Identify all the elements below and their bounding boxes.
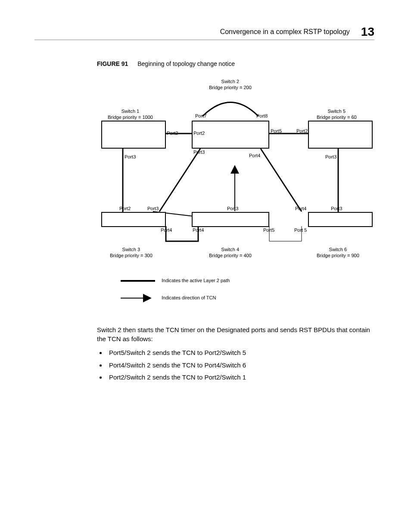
port-label: Port2	[296, 128, 308, 134]
chapter-number: 13	[361, 25, 374, 39]
network-diagram: Switch 2 Bridge priority = 200 Switch 1 …	[97, 75, 377, 308]
port-label: Port8	[256, 113, 268, 118]
port-label: Port2	[167, 131, 178, 136]
switch3-box	[101, 212, 166, 227]
list-item: Port2/Switch 2 sends the TCN to Port2/Sw…	[106, 371, 375, 384]
port-label: Port5	[263, 227, 274, 233]
switch1-box	[101, 121, 166, 149]
bullet-list-container: Port5/Switch 2 sends the TCN to Port2/Sw…	[97, 347, 375, 384]
svg-line-4	[159, 149, 200, 212]
port-label: Port4	[249, 153, 260, 158]
port-label: Port4	[295, 206, 306, 211]
port-label: Port3	[325, 154, 336, 159]
figure-label: FIGURE 91	[97, 60, 128, 67]
header-title: Convergence in a complex RSTP topology	[220, 28, 350, 36]
switch4-box	[192, 212, 269, 227]
port-label: Port2	[119, 206, 131, 211]
switch3-label: Switch 3 Bridge priority = 300	[110, 247, 153, 259]
port-label: Port3	[147, 206, 159, 211]
switch6-box	[308, 212, 373, 227]
port-label: Port4	[193, 227, 204, 233]
page-header: Convergence in a complex RSTP topology 1…	[220, 25, 374, 39]
port-label: Port 5	[294, 227, 307, 233]
port-label: Port3	[193, 149, 205, 155]
list-item: Port5/Switch 2 sends the TCN to Port2/Sw…	[106, 347, 375, 359]
list-item: Port4/Switch 2 sends the TCN to Port4/Sw…	[106, 359, 375, 372]
port-label: Port3	[125, 154, 136, 159]
legend-active: Indicates the active Layer 2 path	[162, 278, 230, 283]
switch6-label: Switch 6 Bridge priority = 900	[317, 247, 359, 259]
switch4-label: Switch 4 Bridge priority = 400	[209, 247, 252, 259]
port-label: Port3	[227, 206, 238, 211]
port-label: Port7	[195, 113, 206, 118]
port-label: Port2	[193, 131, 205, 136]
switch5-label: Switch 5 Bridge priority = 60	[317, 109, 357, 121]
port-label: Port5	[271, 128, 282, 134]
bullet-list: Port5/Switch 2 sends the TCN to Port2/Sw…	[97, 347, 375, 384]
switch2-label: Switch 2 Bridge priority = 200	[209, 79, 252, 91]
port-label: Port4	[161, 227, 172, 233]
port-label: Port3	[331, 206, 342, 211]
figure-caption: FIGURE 91 Beginning of topology change n…	[97, 60, 235, 67]
figure-title: Beginning of topology change notice	[137, 60, 235, 67]
switch1-label: Switch 1 Bridge priority = 1000	[108, 109, 153, 121]
svg-line-5	[261, 149, 302, 212]
switch5-box	[308, 121, 373, 149]
body-paragraph: Switch 2 then starts the TCN timer on th…	[97, 325, 375, 343]
legend-tcn: Indicates direction of TCN	[162, 295, 216, 300]
header-rule	[34, 40, 374, 40]
